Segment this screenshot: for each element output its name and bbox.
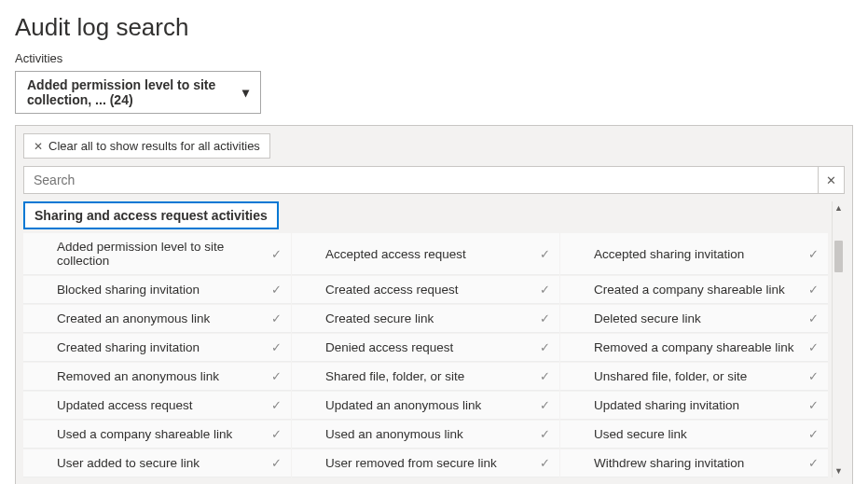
activity-item[interactable]: User added to secure link✓ bbox=[23, 449, 291, 477]
check-icon: ✓ bbox=[271, 247, 282, 261]
scroll-up-icon[interactable]: ▲ bbox=[833, 201, 845, 214]
activity-item[interactable]: Used secure link✓ bbox=[560, 421, 828, 449]
scroll-thumb[interactable] bbox=[834, 241, 843, 272]
table-row: Created sharing invitation✓ Denied acces… bbox=[23, 334, 828, 362]
scrollbar[interactable]: ▲ ▼ bbox=[832, 201, 845, 477]
check-icon: ✓ bbox=[540, 311, 550, 325]
activity-item[interactable]: Updated sharing invitation✓ bbox=[560, 392, 828, 420]
table-row: Removed an anonymous link✓ Shared file, … bbox=[23, 363, 828, 391]
activity-item[interactable]: Created sharing invitation✓ bbox=[23, 334, 291, 362]
check-icon: ✓ bbox=[808, 456, 819, 470]
activities-panel: ✕ Clear all to show results for all acti… bbox=[15, 125, 853, 484]
table-row: Updated access request✓ Updated an anony… bbox=[23, 392, 828, 420]
activity-item[interactable]: Updated an anonymous link✓ bbox=[292, 392, 559, 420]
activity-item[interactable]: Created a company shareable link✓ bbox=[560, 276, 828, 304]
check-icon: ✓ bbox=[540, 427, 550, 441]
check-icon: ✓ bbox=[540, 398, 550, 412]
activity-item[interactable]: User removed from secure link✓ bbox=[292, 449, 559, 477]
activity-item[interactable]: Denied access request✓ bbox=[292, 334, 559, 362]
check-icon: ✓ bbox=[808, 283, 819, 297]
check-icon: ✓ bbox=[540, 369, 550, 383]
check-icon: ✓ bbox=[271, 456, 282, 470]
activity-item[interactable]: Created access request✓ bbox=[292, 276, 559, 304]
table-row: Used a company shareable link✓ Used an a… bbox=[23, 421, 828, 449]
activities-label: Activities bbox=[15, 51, 853, 65]
table-row: Blocked sharing invitation✓ Created acce… bbox=[23, 276, 828, 304]
scroll-down-icon[interactable]: ▼ bbox=[833, 464, 845, 477]
check-icon: ✓ bbox=[271, 283, 282, 297]
check-icon: ✓ bbox=[808, 427, 819, 441]
dropdown-selected-text: Added permission level to site collectio… bbox=[27, 77, 233, 107]
activity-item[interactable]: Unshared file, folder, or site✓ bbox=[560, 363, 828, 391]
activity-item[interactable]: Removed an anonymous link✓ bbox=[23, 363, 291, 391]
activity-item[interactable]: Accepted sharing invitation✓ bbox=[560, 233, 828, 275]
activity-item[interactable]: Added permission level to site collectio… bbox=[23, 233, 291, 275]
page-title: Audit log search bbox=[15, 13, 853, 42]
activity-item[interactable]: Used an anonymous link✓ bbox=[292, 421, 559, 449]
activity-item[interactable]: Created an anonymous link✓ bbox=[23, 305, 291, 333]
search-clear-button[interactable]: ✕ bbox=[819, 166, 845, 194]
search-wrap: ✕ bbox=[23, 166, 845, 194]
close-icon: ✕ bbox=[826, 173, 836, 187]
check-icon: ✓ bbox=[271, 340, 282, 354]
activity-item[interactable]: Withdrew sharing invitation✓ bbox=[560, 449, 828, 477]
activities-dropdown[interactable]: Added permission level to site collectio… bbox=[15, 71, 261, 114]
activities-list-region: Sharing and access request activities Ad… bbox=[23, 201, 845, 477]
clear-all-label: Clear all to show results for all activi… bbox=[48, 139, 260, 153]
search-input[interactable] bbox=[23, 166, 819, 194]
category-header[interactable]: Sharing and access request activities bbox=[23, 201, 279, 229]
check-icon: ✓ bbox=[808, 247, 819, 261]
check-icon: ✓ bbox=[271, 427, 282, 441]
check-icon: ✓ bbox=[808, 369, 819, 383]
check-icon: ✓ bbox=[808, 398, 819, 412]
activity-item[interactable]: Updated access request✓ bbox=[23, 392, 291, 420]
check-icon: ✓ bbox=[271, 398, 282, 412]
activities-grid: Added permission level to site collectio… bbox=[23, 233, 828, 477]
check-icon: ✓ bbox=[808, 311, 819, 325]
activity-item[interactable]: Accepted access request✓ bbox=[292, 233, 559, 275]
activity-item[interactable]: Shared file, folder, or site✓ bbox=[292, 363, 559, 391]
activity-item[interactable]: Used a company shareable link✓ bbox=[23, 421, 291, 449]
check-icon: ✓ bbox=[540, 283, 550, 297]
table-row: Created an anonymous link✓ Created secur… bbox=[23, 305, 828, 333]
check-icon: ✓ bbox=[540, 456, 550, 470]
scroll-track[interactable] bbox=[833, 214, 845, 464]
check-icon: ✓ bbox=[808, 340, 819, 354]
check-icon: ✓ bbox=[540, 247, 550, 261]
chevron-down-icon: ▾ bbox=[242, 85, 249, 100]
activity-item[interactable]: Created secure link✓ bbox=[292, 305, 559, 333]
check-icon: ✓ bbox=[271, 369, 282, 383]
table-row: User added to secure link✓ User removed … bbox=[23, 449, 828, 477]
check-icon: ✓ bbox=[540, 340, 550, 354]
activity-item[interactable]: Blocked sharing invitation✓ bbox=[23, 276, 291, 304]
table-row: Added permission level to site collectio… bbox=[23, 233, 828, 275]
activity-item[interactable]: Removed a company shareable link✓ bbox=[560, 334, 828, 362]
close-icon: ✕ bbox=[34, 140, 43, 153]
clear-all-button[interactable]: ✕ Clear all to show results for all acti… bbox=[23, 133, 270, 159]
activity-item[interactable]: Deleted secure link✓ bbox=[560, 305, 828, 333]
check-icon: ✓ bbox=[271, 311, 282, 325]
